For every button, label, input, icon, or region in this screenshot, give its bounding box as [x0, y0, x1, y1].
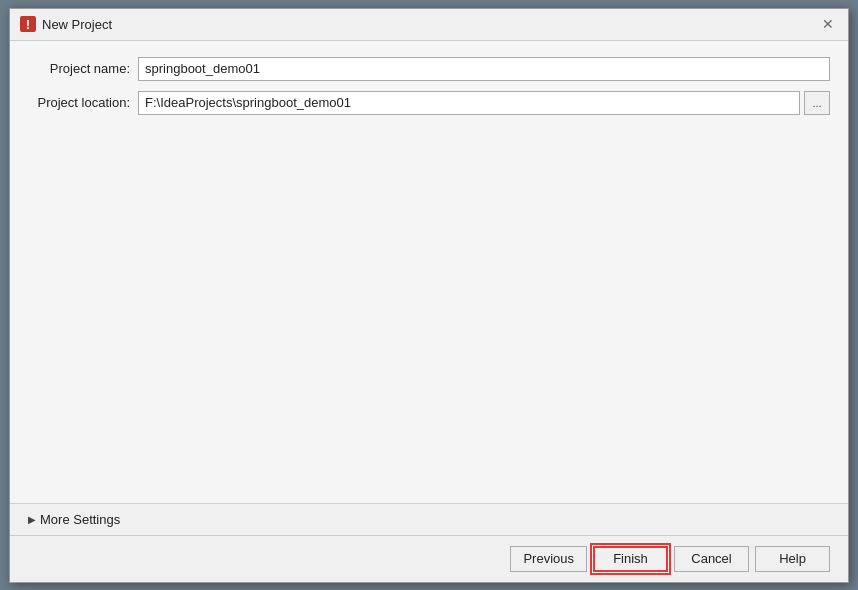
project-name-input-container	[138, 57, 830, 81]
title-bar: ! New Project ✕	[10, 9, 848, 41]
more-settings-arrow-icon: ▶	[28, 514, 36, 525]
dialog-body: Project name: Project location: ...	[10, 41, 848, 503]
intellij-icon: !	[20, 16, 36, 32]
project-location-input[interactable]	[138, 91, 800, 115]
finish-button[interactable]: Finish	[593, 546, 668, 572]
project-name-label: Project name:	[28, 61, 138, 76]
previous-button[interactable]: Previous	[510, 546, 587, 572]
project-location-input-container: ...	[138, 91, 830, 115]
title-bar-left: ! New Project	[20, 16, 112, 32]
dialog-overlay: ! New Project ✕ Project name: Project lo…	[0, 0, 858, 590]
more-settings-section[interactable]: ▶ More Settings	[10, 503, 848, 535]
project-name-row: Project name:	[28, 57, 830, 81]
dialog-title: New Project	[42, 17, 112, 32]
main-content-area	[28, 125, 830, 475]
project-name-input[interactable]	[138, 57, 830, 81]
new-project-dialog: ! New Project ✕ Project name: Project lo…	[9, 8, 849, 583]
help-button[interactable]: Help	[755, 546, 830, 572]
project-location-label: Project location:	[28, 95, 138, 110]
dialog-footer: Previous Finish Cancel Help	[10, 535, 848, 582]
project-location-row: Project location: ...	[28, 91, 830, 115]
browse-button[interactable]: ...	[804, 91, 830, 115]
close-button[interactable]: ✕	[818, 14, 838, 34]
cancel-button[interactable]: Cancel	[674, 546, 749, 572]
more-settings-label: More Settings	[40, 512, 120, 527]
